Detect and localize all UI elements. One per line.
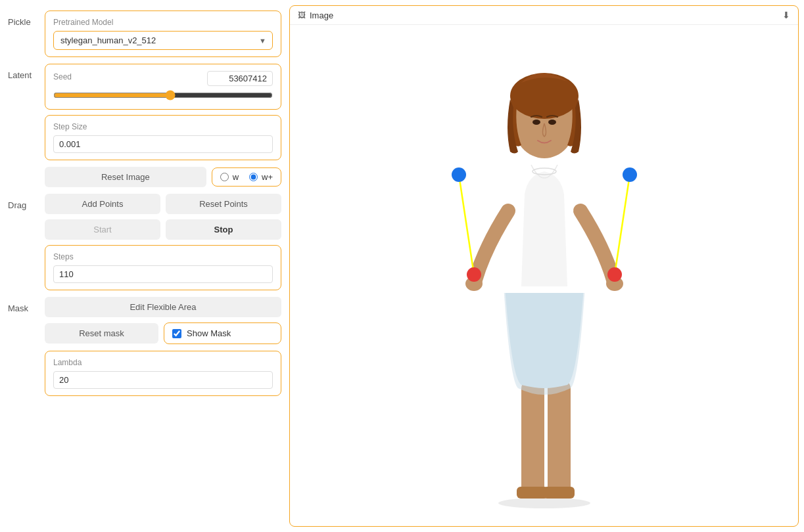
lambda-section: Lambda: [8, 351, 281, 396]
svg-rect-1: [521, 378, 544, 497]
drag-content: Add Points Reset Points Start Stop Steps: [45, 194, 281, 290]
lambda-input[interactable]: [53, 371, 273, 389]
start-button[interactable]: Start: [45, 219, 160, 240]
lambda-content: Lambda: [45, 351, 281, 396]
latent-content: Seed Step Size: [45, 64, 281, 160]
w-radio-option[interactable]: w: [220, 172, 239, 182]
edit-flexible-area-button[interactable]: Edit Flexible Area: [45, 297, 281, 317]
lambda-box: Lambda: [45, 351, 281, 396]
w-radio[interactable]: [220, 173, 229, 181]
pretrained-model-dropdown-wrapper: stylegan_human_v2_512 stylegan_human_v2_…: [53, 31, 273, 50]
show-mask-button[interactable]: Show Mask: [164, 322, 281, 344]
step-size-input[interactable]: [53, 135, 273, 153]
add-reset-points-row: Add Points Reset Points: [45, 194, 281, 214]
reset-radio-content: Reset Image w w+: [45, 167, 281, 187]
drag-section: Drag Add Points Reset Points Start Stop …: [8, 194, 281, 290]
w-plus-radio[interactable]: [249, 173, 258, 181]
reset-image-button[interactable]: Reset Image: [45, 167, 206, 187]
image-panel: 🖼 Image ⬇: [289, 5, 799, 527]
svg-point-8: [510, 73, 579, 119]
mask-label: Mask: [8, 297, 39, 313]
reset-radio-section: Reset Image w w+: [8, 167, 281, 187]
stop-button[interactable]: Stop: [166, 219, 281, 240]
reset-radio-row: Reset Image w w+: [45, 167, 281, 187]
image-canvas[interactable]: [290, 25, 798, 521]
pretrained-model-box: Pretrained Model stylegan_human_v2_512 s…: [45, 11, 281, 57]
svg-rect-2: [548, 378, 571, 497]
svg-point-9: [532, 120, 540, 125]
svg-rect-4: [543, 487, 575, 499]
seed-label: Seed: [53, 72, 72, 81]
svg-line-13: [459, 175, 474, 275]
steps-input[interactable]: [53, 265, 273, 283]
show-mask-label: Show Mask: [187, 328, 231, 338]
svg-line-16: [615, 175, 630, 275]
reset-mask-row: Reset mask Show Mask: [45, 322, 281, 344]
svg-point-18: [607, 267, 622, 282]
left-panel: Pickle Pretrained Model stylegan_human_v…: [0, 0, 289, 532]
pretrained-model-label: Pretrained Model: [53, 18, 273, 27]
image-header: 🖼 Image ⬇: [290, 6, 798, 25]
steps-box: Steps: [45, 245, 281, 290]
image-icon: 🖼: [298, 11, 306, 20]
show-mask-checkbox[interactable]: [172, 329, 181, 338]
w-radio-label: w: [233, 172, 239, 182]
pretrained-model-select[interactable]: stylegan_human_v2_512 stylegan_human_v2_…: [53, 31, 273, 50]
empty-label-1: [8, 167, 39, 173]
svg-point-14: [452, 167, 466, 182]
mask-content: Edit Flexible Area Reset mask Show Mask: [45, 297, 281, 344]
latent-label: Latent: [8, 64, 39, 80]
reset-mask-button[interactable]: Reset mask: [45, 323, 158, 344]
seed-input[interactable]: [207, 71, 273, 86]
add-points-button[interactable]: Add Points: [45, 194, 160, 214]
reset-points-button[interactable]: Reset Points: [166, 194, 281, 214]
svg-point-15: [467, 267, 481, 282]
lambda-label: Lambda: [53, 358, 273, 367]
latent-section: Latent Seed Step Size: [8, 64, 281, 160]
person-container: [419, 37, 669, 510]
pickle-content: Pretrained Model stylegan_human_v2_512 s…: [45, 11, 281, 57]
step-size-label: Step Size: [53, 122, 273, 131]
svg-point-0: [498, 498, 590, 508]
steps-label: Steps: [53, 252, 273, 261]
lambda-label-col: [8, 351, 39, 357]
step-size-box: Step Size: [45, 115, 281, 160]
pickle-label: Pickle: [8, 11, 39, 27]
pickle-section: Pickle Pretrained Model stylegan_human_v…: [8, 11, 281, 57]
w-plus-radio-option[interactable]: w+: [249, 172, 273, 182]
svg-point-10: [548, 120, 556, 125]
start-stop-row: Start Stop: [45, 219, 281, 240]
svg-point-17: [623, 167, 637, 182]
seed-box: Seed: [45, 64, 281, 110]
seed-row: Seed: [53, 71, 273, 86]
image-panel-title: Image: [310, 11, 333, 20]
image-title-area: 🖼 Image: [298, 11, 333, 20]
w-plus-radio-label: w+: [262, 172, 273, 182]
seed-slider[interactable]: [53, 90, 273, 100]
drag-label: Drag: [8, 194, 39, 210]
person-svg: [419, 37, 669, 510]
mask-section: Mask Edit Flexible Area Reset mask Show …: [8, 297, 281, 344]
w-radio-group: w w+: [212, 167, 281, 187]
download-icon[interactable]: ⬇: [782, 10, 790, 20]
